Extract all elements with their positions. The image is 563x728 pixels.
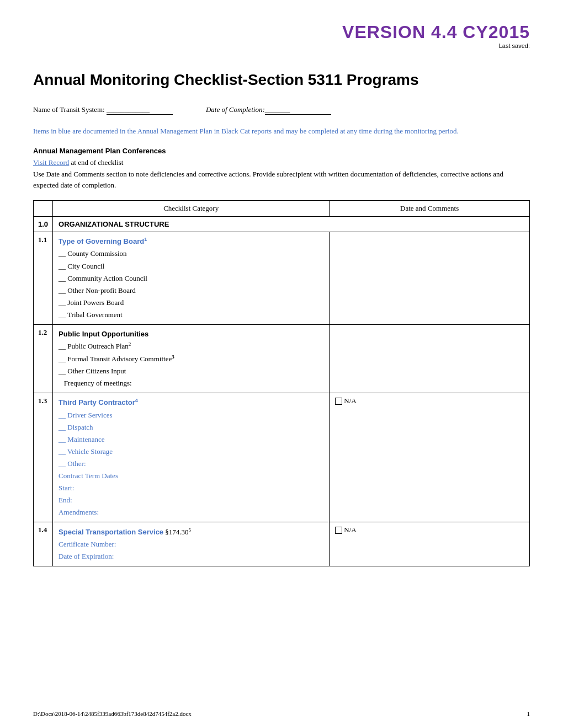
row-number: 1.3 — [34, 393, 53, 522]
na-label-1-4: N/A — [344, 526, 356, 534]
row-1-1-title: Type of Governing Board1 — [59, 237, 147, 245]
row-number: 1.4 — [34, 522, 53, 566]
footer-page: 1 — [527, 710, 530, 717]
row-comments-1-1 — [330, 232, 530, 325]
table-row: 1.1 Type of Governing Board1 __ County C… — [34, 232, 530, 325]
row-comments-1-2 — [330, 324, 530, 393]
row-number: 1.2 — [34, 324, 53, 393]
date-underline: _______ — [265, 105, 331, 115]
version-title: VERSION 4.4 CY2015 — [33, 22, 530, 42]
version-header: VERSION 4.4 CY2015 Last saved: — [33, 22, 530, 49]
row-category-1-4: Special Transportation Service §174.305 … — [53, 522, 330, 566]
row-1-2-title: Public Input Opportunities — [59, 330, 148, 338]
row-category-1-2: Public Input Opportunities __ Public Out… — [53, 324, 330, 393]
row-comments-1-4: N/A — [330, 522, 530, 566]
visit-record-line: Visit Record at end of checklist — [33, 157, 530, 168]
name-underline: ____________ — [107, 105, 173, 115]
footer-path: D:\Docs\2018-06-14\2485f339ad663bf173de8… — [33, 710, 192, 717]
annual-plan-section: Annual Management Plan Conferences Visit… — [33, 147, 530, 191]
instructions-text: Use Date and Comments section to note de… — [33, 169, 530, 190]
row-1-4-title: Special Transportation Service §174.305 — [59, 528, 191, 536]
visit-record-link[interactable]: Visit Record — [33, 158, 69, 167]
checklist-table: Checklist Category Date and Comments 1.0… — [33, 200, 530, 566]
row-category: ORGANIZATIONAL STRUCTURE — [53, 217, 530, 232]
last-saved: Last saved: — [33, 42, 530, 49]
row-1-3-title: Third Party Contractor4 — [59, 398, 138, 406]
col-category-header: Checklist Category — [53, 201, 330, 217]
at-end-text: at end of checklist — [69, 158, 123, 167]
form-fields: Name of Transit System: ____________ Dat… — [33, 105, 530, 115]
table-row: 1.4 Special Transportation Service §174.… — [34, 522, 530, 566]
checkbox-1-4[interactable] — [335, 527, 342, 534]
blue-info-text: Items in blue are documented in the Annu… — [33, 126, 530, 137]
table-row: 1.3 Third Party Contractor4 __ Driver Se… — [34, 393, 530, 522]
col-number-header — [34, 201, 53, 217]
checkbox-1-3[interactable] — [335, 398, 342, 405]
annual-plan-header: Annual Management Plan Conferences — [33, 147, 530, 155]
footer: D:\Docs\2018-06-14\2485f339ad663bf173de8… — [33, 710, 530, 717]
row-number: 1.0 — [34, 217, 53, 232]
date-of-completion-label: Date of Completion:_______ — [206, 105, 331, 115]
table-row: 1.2 Public Input Opportunities __ Public… — [34, 324, 530, 393]
row-category-1-3: Third Party Contractor4 __ Driver Servic… — [53, 393, 330, 522]
row-number: 1.1 — [34, 232, 53, 325]
row-comments-1-3: N/A — [330, 393, 530, 522]
name-of-transit-label: Name of Transit System: ____________ — [33, 105, 173, 115]
na-label-1-3: N/A — [344, 397, 356, 405]
table-row: 1.0 ORGANIZATIONAL STRUCTURE — [34, 217, 530, 232]
row-category-1-1: Type of Governing Board1 __ County Commi… — [53, 232, 330, 325]
col-comments-header: Date and Comments — [330, 201, 530, 217]
page-title: Annual Monitoring Checklist-Section 5311… — [33, 71, 530, 89]
